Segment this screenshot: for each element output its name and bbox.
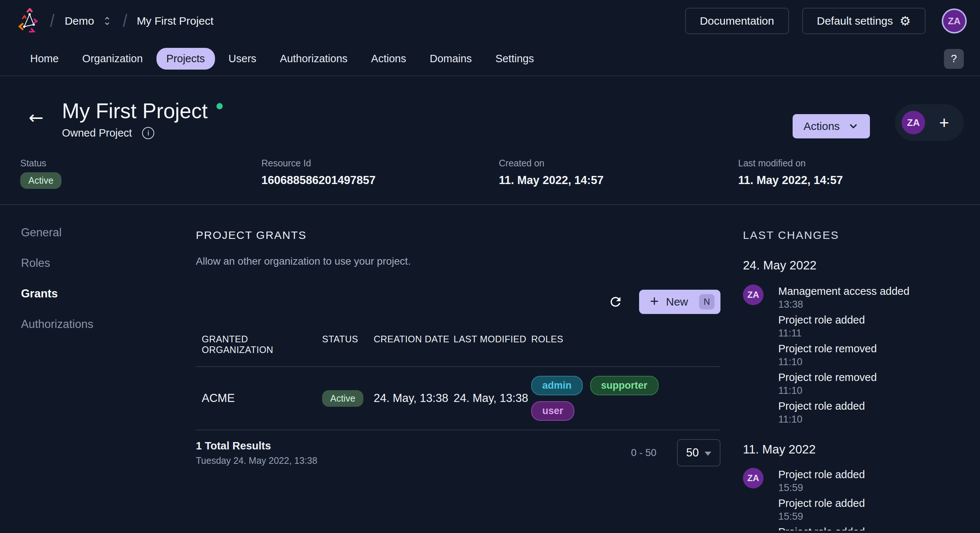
modified-value: 11. May 2022, 14:57	[738, 174, 964, 187]
grants-toolbar: + New N	[196, 290, 721, 314]
page-title: My First Project	[62, 99, 223, 123]
page-size-select[interactable]: 50	[677, 439, 721, 466]
role-chip-user: user	[531, 401, 574, 421]
breadcrumb-separator: /	[123, 11, 127, 31]
col-roles: ROLES	[531, 334, 721, 355]
tab-authorizations[interactable]: Authorizations	[270, 48, 358, 70]
new-grant-button[interactable]: + New N	[639, 290, 721, 314]
help-button[interactable]: ?	[944, 49, 964, 69]
documentation-button[interactable]: Documentation	[685, 8, 789, 34]
change-entry: Project role removed 11:10	[778, 342, 964, 368]
col-creation-date: CREATION DATE	[374, 334, 453, 355]
change-group: ZA Management access added 13:38 Project…	[743, 285, 964, 428]
gear-icon: ⚙	[900, 15, 911, 27]
change-entry: Project role added 11:10	[778, 399, 964, 425]
chevron-down-icon	[848, 121, 859, 132]
status-badge: Active	[322, 390, 363, 407]
change-group-date: 24. May 2022	[743, 258, 964, 273]
project-members-group: ZA +	[895, 104, 964, 141]
main-nav: Home Organization Projects Users Authori…	[0, 42, 980, 76]
member-avatar[interactable]: ZA	[902, 111, 925, 134]
unfold-more-icon	[102, 16, 113, 27]
avatar: ZA	[743, 468, 764, 488]
status-label: Status	[20, 158, 261, 169]
tab-actions[interactable]: Actions	[361, 48, 416, 70]
grants-description: Allow an other organization to use your …	[196, 255, 721, 267]
top-header: / Demo / My First Project Documentation …	[0, 0, 980, 42]
back-arrow-icon: ←	[29, 107, 43, 128]
resource-id-value: 160688586201497857	[261, 174, 499, 187]
change-entry: Project role removed 11:10	[778, 371, 964, 396]
meta-modified: Last modified on 11. May 2022, 14:57	[738, 158, 964, 189]
plus-icon: +	[650, 293, 659, 310]
breadcrumb-project[interactable]: My First Project	[137, 15, 213, 27]
tab-domains[interactable]: Domains	[420, 48, 482, 70]
refresh-button[interactable]	[608, 294, 623, 309]
tab-settings[interactable]: Settings	[485, 48, 544, 70]
grants-table: GRANTED ORGANIZATION STATUS CREATION DAT…	[196, 327, 721, 430]
info-icon[interactable]: i	[142, 127, 154, 139]
change-group: ZA Project role added 15:59 Project role…	[743, 468, 964, 530]
meta-created: Created on 11. May 2022, 14:57	[499, 158, 738, 189]
grants-heading: PROJECT GRANTS	[196, 229, 721, 242]
role-chip-admin: admin	[531, 376, 583, 395]
sidenav-item-grants[interactable]: Grants	[21, 287, 93, 301]
change-entry: Project role added	[778, 525, 964, 530]
plus-icon: +	[939, 113, 949, 132]
cell-last-modified: 24. May, 13:38	[453, 391, 531, 405]
meta-resource-id: Resource Id 160688586201497857	[261, 158, 499, 189]
breadcrumb-separator: /	[50, 11, 54, 31]
table-footer: 1 Total Results Tuesday 24. May 2022, 13…	[196, 439, 721, 466]
total-results: 1 Total Results	[196, 440, 317, 452]
status-badge: Active	[20, 172, 62, 189]
change-entry: Management access added 13:38	[778, 285, 964, 310]
actions-dropdown-button[interactable]: Actions	[792, 114, 870, 138]
change-entry: Project role added 15:59	[778, 496, 964, 522]
page-subtitle: Owned Project	[62, 127, 132, 139]
tab-organization[interactable]: Organization	[72, 48, 153, 70]
back-button[interactable]: ←	[29, 108, 43, 126]
pagination-range: 0 - 50	[631, 447, 656, 459]
title-block: My First Project Owned Project i	[62, 99, 223, 139]
grants-section: PROJECT GRANTS Allow an other organizati…	[196, 229, 721, 466]
col-last-modified: LAST MODIFIED	[453, 334, 531, 355]
cell-creation-date: 24. May, 13:38	[374, 391, 453, 405]
keyboard-shortcut-badge: N	[699, 294, 714, 310]
table-header: GRANTED ORGANIZATION STATUS CREATION DAT…	[196, 327, 721, 367]
change-entry: Project role added 15:59	[778, 468, 964, 493]
zitadel-logo[interactable]	[16, 8, 42, 34]
table-row[interactable]: ACME Active 24. May, 13:38 24. May, 13:3…	[196, 367, 721, 430]
org-switcher[interactable]: Demo	[63, 15, 115, 27]
default-settings-button[interactable]: Default settings ⚙	[802, 8, 926, 34]
user-avatar[interactable]: ZA	[943, 10, 965, 32]
change-group-date: 11. May 2022	[743, 442, 964, 457]
created-value: 11. May 2022, 14:57	[499, 174, 738, 187]
meta-status: Status Active	[20, 158, 261, 189]
tab-projects[interactable]: Projects	[156, 48, 215, 70]
sidenav-item-roles[interactable]: Roles	[21, 256, 93, 270]
last-changes-panel: LAST CHANGES 24. May 2022 ZA Management …	[743, 229, 964, 530]
project-sidenav: General Roles Grants Authorizations	[21, 226, 93, 331]
add-member-button[interactable]: +	[939, 114, 949, 131]
active-status-dot	[216, 103, 223, 109]
col-granted-organization: GRANTED ORGANIZATION	[202, 334, 322, 355]
tab-users[interactable]: Users	[219, 48, 267, 70]
col-status: STATUS	[322, 334, 374, 355]
sidenav-item-authorizations[interactable]: Authorizations	[21, 317, 93, 331]
sidenav-item-general[interactable]: General	[21, 226, 93, 240]
tab-home[interactable]: Home	[20, 48, 68, 70]
page-header: ← My First Project Owned Project i Actio…	[0, 76, 980, 141]
results-timestamp: Tuesday 24. May 2022, 13:38	[196, 455, 317, 466]
refresh-icon	[608, 294, 623, 309]
cell-roles: admin supporter user	[531, 376, 689, 421]
role-chip-supporter: supporter	[590, 376, 659, 395]
caret-down-icon	[705, 452, 711, 456]
avatar: ZA	[743, 285, 764, 305]
change-entry: Project role added 11:11	[778, 313, 964, 339]
content-area: General Roles Grants Authorizations PROJ…	[0, 205, 980, 530]
project-meta: Status Active Resource Id 16068858620149…	[0, 141, 980, 204]
topbar-actions: Documentation Default settings ⚙ ZA	[685, 8, 965, 34]
cell-organization: ACME	[202, 391, 322, 405]
last-changes-heading: LAST CHANGES	[743, 229, 964, 242]
org-name: Demo	[65, 15, 94, 27]
